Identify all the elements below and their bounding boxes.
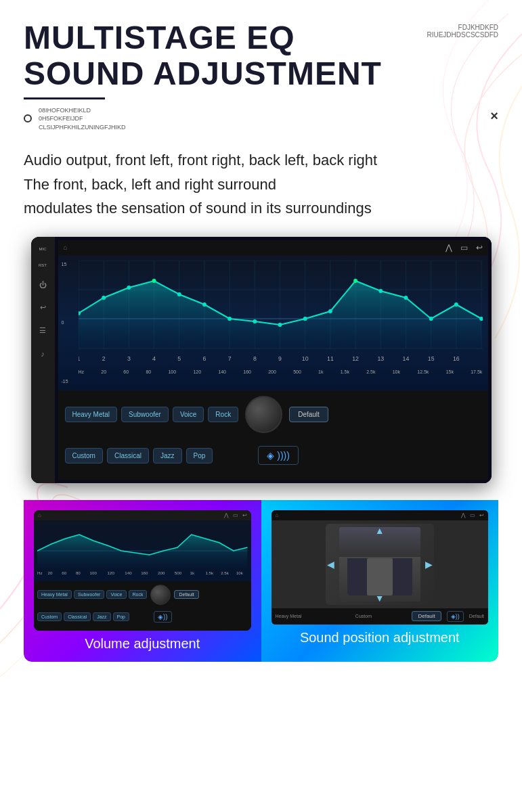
arrow-left-btn[interactable]: ◀ <box>327 559 334 570</box>
svg-text:100: 100 <box>90 570 97 575</box>
menu-icon[interactable]: ☰ <box>37 325 48 336</box>
subtitle-line3: CLSIJPHFKHILZUNINGFJHIKD <box>39 123 126 132</box>
svg-point-24 <box>152 279 156 283</box>
svg-point-31 <box>328 309 332 313</box>
mini-heavy-metal[interactable]: Heavy Metal <box>37 590 72 599</box>
y-label-neg15: -15 <box>62 379 68 384</box>
arrow-up-btn[interactable]: ▲ <box>375 525 385 536</box>
arrow-down-btn[interactable]: ▼ <box>375 593 385 604</box>
preset-jazz[interactable]: Jazz <box>153 448 182 464</box>
mini-knob[interactable] <box>150 585 171 605</box>
main-device: MIC RST ⏻ ↩ ☰ ♪ ⌂ ⋀ ▭ ↩ <box>31 237 492 483</box>
svg-text:12: 12 <box>352 355 359 362</box>
svg-text:15: 15 <box>427 355 434 362</box>
mini-rock[interactable]: Rock <box>129 590 148 599</box>
svg-text:16: 16 <box>452 355 459 362</box>
preset-default[interactable]: Default <box>289 407 328 422</box>
y-label-0: 0 <box>62 320 68 325</box>
svg-text:200: 200 <box>158 570 165 575</box>
mini-device-volume: ⌂ ⋀ ▭ ↩ <box>34 510 251 631</box>
preset-voice[interactable]: Voice <box>173 407 204 422</box>
svg-text:8: 8 <box>253 355 256 362</box>
svg-point-23 <box>127 286 131 290</box>
svg-text:10k: 10k <box>236 570 244 575</box>
mini-classical[interactable]: Classical <box>64 612 91 621</box>
top-right-2: RIUEJDHDSCSCSDFD <box>427 31 498 39</box>
svg-text:80: 80 <box>76 570 81 575</box>
svg-text:5: 5 <box>177 355 181 362</box>
sound-pos-topbar-right: ⋀ ▭ ↩ <box>461 512 484 518</box>
preset-pop[interactable]: Pop <box>186 448 213 464</box>
seat-bottom <box>347 558 412 595</box>
mini-jazz[interactable]: Jazz <box>93 612 110 621</box>
car-seat-container: ▲ ▼ ◀ ▶ <box>326 524 434 605</box>
mini-default[interactable]: Default <box>174 590 198 599</box>
mini-pop[interactable]: Pop <box>113 612 129 621</box>
center-console <box>367 558 393 595</box>
svg-point-34 <box>404 296 408 300</box>
sp-default-label: Default <box>469 614 484 618</box>
sound-pos-panel-title: Sound position adjustment <box>271 630 489 646</box>
svg-point-29 <box>278 323 282 327</box>
svg-text:2.5k: 2.5k <box>221 570 230 575</box>
sp-chevron: ⋀ <box>461 512 466 518</box>
arrow-right-btn[interactable]: ▶ <box>425 559 433 570</box>
sp-heavy-metal-label: Heavy Metal <box>276 614 302 618</box>
mini-back-icon: ↩ <box>242 512 247 518</box>
eq-presets-area: Heavy Metal Subwoofer Voice Rock Default… <box>58 390 488 480</box>
freq-hz: Hz <box>79 369 85 374</box>
window-icon[interactable]: ▭ <box>460 243 468 252</box>
eq-y-axis: 15 0 -15 <box>62 255 68 390</box>
eq-chart-svg: 1 2 3 4 5 6 7 8 9 10 11 12 13 14 <box>79 261 483 369</box>
svg-text:1: 1 <box>79 355 80 362</box>
back-sidebar-icon[interactable]: ↩ <box>37 302 48 313</box>
mini-subwoofer[interactable]: Subwoofer <box>74 590 104 599</box>
mini-voice[interactable]: Voice <box>106 590 126 599</box>
subtitle-line2: 0H5FOKFEIJDF <box>39 114 126 123</box>
subtitle-area: 08IHOFOKHEIKLD 0H5FOKFEIJDF CLSIJPHFKHIL… <box>24 106 382 132</box>
nav-back-icon[interactable]: ↩ <box>476 243 483 252</box>
mini-chevron-icon: ⋀ <box>224 512 229 518</box>
mini-presets-area: Heavy Metal Subwoofer Voice Rock Default… <box>34 581 251 631</box>
sp-back: ↩ <box>479 512 484 518</box>
chevron-up-icon[interactable]: ⋀ <box>445 243 452 252</box>
svg-point-28 <box>253 319 257 323</box>
sound-pos-device: ⌂ ⋀ ▭ ↩ <box>271 510 489 625</box>
svg-text:3: 3 <box>127 355 130 362</box>
sound-pos-bottom-bar: Heavy Metal Custom Default ◈)) Default <box>271 608 489 625</box>
svg-text:14: 14 <box>402 355 409 362</box>
mini-topbar-volume: ⌂ ⋀ ▭ ↩ <box>34 510 251 520</box>
svg-text:7: 7 <box>227 355 231 362</box>
subtitle-dot <box>24 114 32 122</box>
mini-topbar-right: ⋀ ▭ ↩ <box>224 512 247 518</box>
sound-pos-topbar: ⌂ ⋀ ▭ ↩ <box>271 510 489 520</box>
preset-custom[interactable]: Custom <box>65 448 103 464</box>
preset-classical[interactable]: Classical <box>107 448 149 464</box>
sp-default-btn[interactable]: Default <box>412 611 441 621</box>
preset-rock[interactable]: Rock <box>208 407 238 422</box>
top-right-1: FDJKHDKFD <box>427 24 498 31</box>
svg-point-26 <box>202 302 206 307</box>
eq-chart-area: 15 0 -15 <box>58 255 488 390</box>
svg-text:500: 500 <box>175 570 182 575</box>
main-content: MULTISTAGE EQ SOUND ADJUSTMENT 08IHOFOKH… <box>0 0 522 662</box>
speaker-icon[interactable]: ♪ <box>37 348 48 359</box>
preset-heavy-metal[interactable]: Heavy Metal <box>65 407 118 422</box>
volume-knob[interactable] <box>245 396 282 433</box>
svg-text:140: 140 <box>125 570 132 575</box>
car-interior: ▲ ▼ ◀ ▶ <box>271 520 489 608</box>
svg-point-25 <box>177 292 181 296</box>
power-icon[interactable]: ⏻ <box>37 279 48 290</box>
main-title-line1: MULTISTAGE EQ <box>24 20 382 56</box>
device-topbar: ⌂ ⋀ ▭ ↩ <box>58 240 488 255</box>
mini-custom[interactable]: Custom <box>37 612 62 621</box>
svg-text:160: 160 <box>141 570 148 575</box>
home-icon[interactable]: ⌂ <box>64 244 68 251</box>
preset-subwoofer[interactable]: Subwoofer <box>121 407 169 422</box>
svg-text:10: 10 <box>301 355 308 362</box>
svg-point-22 <box>102 296 106 300</box>
mini-eq-svg: Hz 20 60 80 100 120 140 160 200 500 1k 1… <box>37 524 248 578</box>
topbar-right-icons: ⋀ ▭ ↩ <box>445 243 483 252</box>
sound-adjust-icon[interactable]: ◈ )))) <box>258 446 299 465</box>
close-button[interactable]: × <box>490 108 498 124</box>
